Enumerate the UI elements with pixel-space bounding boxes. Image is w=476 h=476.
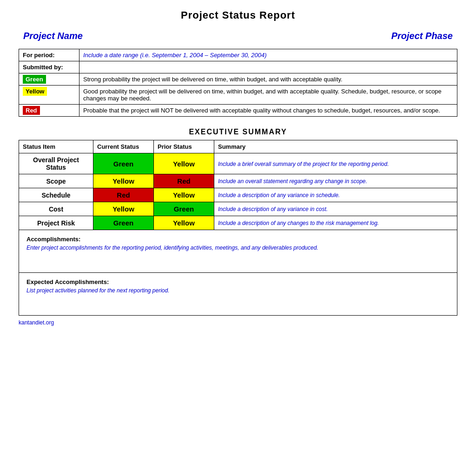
summary-cell: Include a description of any changes to … [214,216,457,230]
summary-cell: Include a description of any variance in… [214,202,457,216]
summary-cell: Include a brief overall summary of the p… [214,153,457,174]
table-row: ScheduleRedYellowInclude a description o… [19,188,457,202]
prior-status-cell: Yellow [154,216,214,230]
summary-cell: Include a description of any variance in… [214,188,457,202]
legend-green-desc: Strong probability the project will be d… [79,73,457,86]
expected-accomplishments-text: List project activities planned for the … [23,286,453,312]
executive-summary-title: EXECUTIVE SUMMARY [19,128,457,136]
executive-summary-table: Status Item Current Status Prior Status … [19,140,457,316]
accomplishments-text: Enter project accomplishments for the re… [23,244,453,270]
for-period-label: For period: [19,49,79,61]
legend-yellow-desc: Good probability the project will be del… [79,86,457,105]
status-item-cell: Scope [19,174,93,188]
table-row: Overall Project StatusGreenYellowInclude… [19,153,457,174]
current-status-cell: Yellow [93,202,154,216]
for-period-value: Include a date range (i.e. September 1, … [79,49,457,61]
status-item-cell: Cost [19,202,93,216]
project-phase-label: Project Phase [391,31,453,41]
submitted-by-value [79,61,457,73]
status-item-cell: Schedule [19,188,93,202]
legend-yellow-cell: Yellow [19,86,79,105]
legend-green-cell: Green [19,73,79,86]
col-header-current: Current Status [93,140,154,153]
current-status-cell: Green [93,153,154,174]
current-status-cell: Red [93,188,154,202]
table-row: CostYellowGreenInclude a description of … [19,202,457,216]
accomplishments-section: Accomplishments: Enter project accomplis… [19,230,457,273]
summary-cell: Include an overall statement regarding a… [214,174,457,188]
table-row: ScopeYellowRedInclude an overall stateme… [19,174,457,188]
expected-accomplishments-section: Expected Accomplishments: List project a… [19,273,457,316]
prior-status-cell: Green [154,202,214,216]
project-name-label: Project Name [23,31,83,41]
col-header-summary: Summary [214,140,457,153]
accomplishments-label: Accomplishments: [23,233,453,244]
prior-status-cell: Red [154,174,214,188]
info-table: For period: Include a date range (i.e. S… [19,49,457,117]
col-header-prior: Prior Status [154,140,214,153]
legend-red-cell: Red [19,105,79,117]
status-item-cell: Project Risk [19,216,93,230]
col-header-status-item: Status Item [19,140,93,153]
legend-red-desc: Probable that the project will NOT be de… [79,105,457,117]
status-item-cell: Overall Project Status [19,153,93,174]
prior-status-cell: Yellow [154,188,214,202]
expected-accomplishments-label: Expected Accomplishments: [23,276,453,286]
footer-watermark: kantandiet.org [19,319,457,326]
current-status-cell: Green [93,216,154,230]
page-title: Project Status Report [19,9,457,21]
prior-status-cell: Yellow [154,153,214,174]
header-row: Project Name Project Phase [19,31,457,41]
table-row: Project RiskGreenYellowInclude a descrip… [19,216,457,230]
current-status-cell: Yellow [93,174,154,188]
submitted-by-label: Submitted by: [19,61,79,73]
